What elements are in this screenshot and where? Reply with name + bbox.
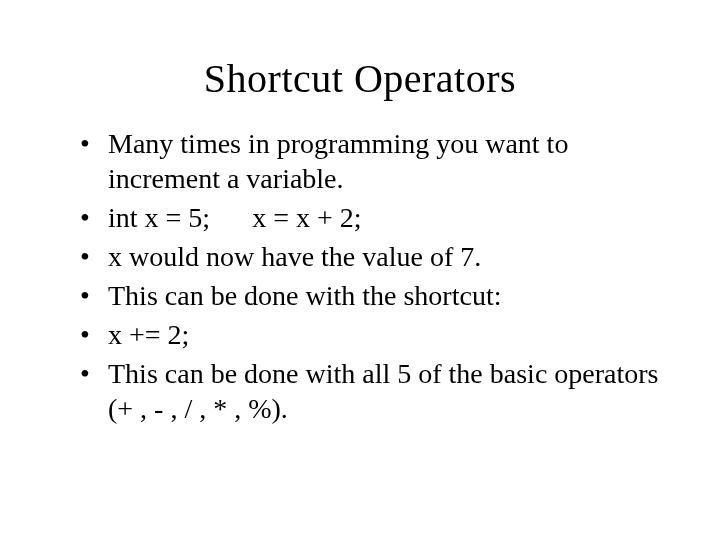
- list-item: This can be done with all 5 of the basic…: [80, 356, 660, 426]
- bullet-list: Many times in programming you want to in…: [60, 126, 660, 426]
- list-item: x would now have the value of 7.: [80, 239, 660, 274]
- list-item: x += 2;: [80, 317, 660, 352]
- list-item: Many times in programming you want to in…: [80, 126, 660, 196]
- list-item: This can be done with the shortcut:: [80, 278, 660, 313]
- list-item: int x = 5; x = x + 2;: [80, 200, 660, 235]
- slide: Shortcut Operators Many times in program…: [0, 0, 720, 540]
- slide-title: Shortcut Operators: [60, 55, 660, 102]
